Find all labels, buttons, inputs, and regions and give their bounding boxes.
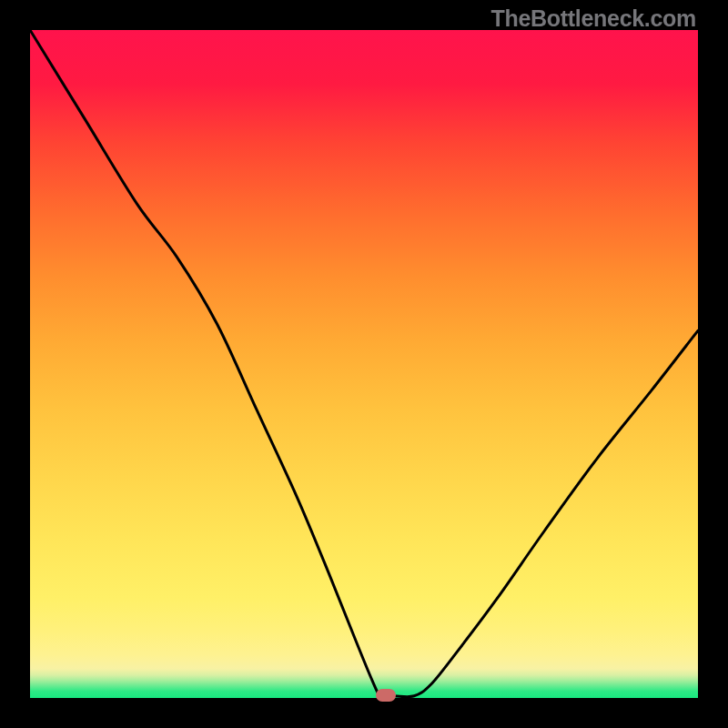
plot-area bbox=[30, 30, 698, 698]
chart-frame: TheBottleneck.com bbox=[0, 0, 728, 728]
optimal-point-marker bbox=[376, 689, 396, 702]
bottleneck-curve bbox=[30, 30, 698, 698]
attribution-text: TheBottleneck.com bbox=[490, 5, 696, 32]
